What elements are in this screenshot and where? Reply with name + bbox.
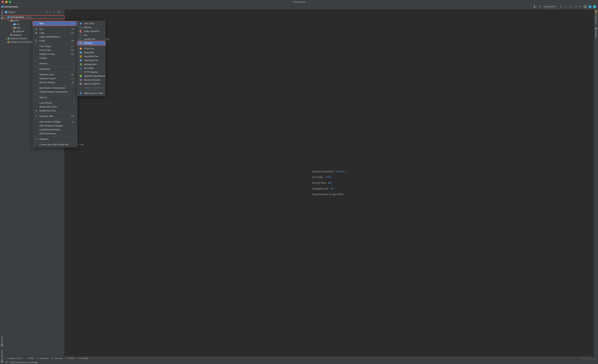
nm-stylesheet[interactable]: #Stylesheet: [77, 51, 105, 55]
nm-module[interactable]: Module...: [77, 25, 105, 29]
bt-services[interactable]: Services: [78, 357, 88, 359]
directory-icon: [79, 42, 82, 45]
bt-todo[interactable]: TODO: [25, 357, 34, 359]
nm-ts[interactable]: TSTypeScript File: [77, 58, 105, 62]
nm-package-json[interactable]: package.json: [77, 62, 105, 66]
cm-optimize[interactable]: Optimize Imports⌃⌥O: [33, 77, 77, 81]
new-submenu: CJava Class Module... Kotlin Class/File …: [77, 21, 106, 96]
cm-compare[interactable]: Compare With...⌘D: [33, 114, 77, 118]
svg-point-6: [47, 12, 47, 12]
expand-arrow-icon[interactable]: ▾: [8, 20, 10, 22]
run-config-selector[interactable]: Current File ▾: [542, 5, 559, 9]
nm-editorconfig[interactable]: EditorConfig File: [77, 82, 105, 86]
cm-find-in[interactable]: Find in Files...⇧⌘F: [33, 48, 77, 52]
expand-arrow-icon[interactable]: ▾: [5, 16, 7, 18]
user-icon[interactable]: ▾: [533, 5, 537, 9]
rail-database[interactable]: Database: [595, 27, 597, 39]
cm-remove-module[interactable]: Remove Module⌦: [33, 81, 77, 84]
project-rail-icon: [1, 17, 3, 19]
ide-settings-icon[interactable]: [593, 5, 597, 9]
stop-button[interactable]: [578, 5, 582, 9]
editorconfig-icon: [79, 82, 82, 85]
maximize-window-button[interactable]: [9, 1, 11, 3]
bt-terminal[interactable]: Terminal: [52, 357, 62, 359]
cm-bookmarks[interactable]: Bookmarks▸: [33, 67, 77, 71]
expand-arrow-icon[interactable]: ▸: [11, 27, 12, 29]
cm-convert-kotlin[interactable]: Convert Java File to Kotlin File⌃⇧⌘K: [33, 143, 77, 146]
update-icon[interactable]: ↑: [588, 5, 592, 9]
settings-gear-icon[interactable]: [57, 11, 60, 14]
select-opened-file-icon[interactable]: [45, 11, 48, 14]
nm-dockerfile[interactable]: Dockerfile: [77, 66, 105, 70]
cm-mark-dir[interactable]: Mark Directory as▸: [33, 132, 77, 136]
tree-label: .gitignore: [13, 34, 22, 36]
cm-load-unload[interactable]: Load/Unload Modules...: [33, 128, 77, 132]
welcome-drop: Drop files here to open them: [312, 193, 344, 196]
bt-version-control[interactable]: Version Control: [6, 357, 22, 359]
cm-repair-ide[interactable]: Repair IDE on File: [33, 105, 77, 109]
rail-bookmarks[interactable]: Bookmarks: [1, 350, 3, 363]
chevron-down-icon[interactable]: ▾: [15, 11, 16, 13]
cm-reformat[interactable]: Reformat Code⌥⌘L: [33, 73, 77, 77]
cm-copy[interactable]: Copy⌘C: [33, 31, 77, 35]
profile-button[interactable]: ▾: [573, 5, 577, 9]
cm-copy-path[interactable]: Copy Path/Reference...: [33, 35, 77, 39]
openapi-icon: [79, 75, 82, 77]
cm-module-settings[interactable]: Open Module Settings⌘↓: [33, 120, 77, 124]
project-breadcrumb[interactable]: tomcat-demo: [1, 6, 18, 8]
debug-button[interactable]: [564, 5, 568, 9]
right-tool-rail: Notifications Database: [594, 10, 598, 364]
cm-new[interactable]: New▸: [33, 22, 77, 25]
nm-js[interactable]: JSJavaScript File: [77, 55, 105, 58]
project-tw-title: Project: [8, 11, 14, 13]
cm-refactor[interactable]: Refactor▸: [33, 62, 77, 65]
close-window-button[interactable]: [2, 1, 4, 3]
shortcut: Double ⇧: [336, 170, 346, 173]
collapse-all-icon[interactable]: [52, 11, 55, 14]
rail-structure[interactable]: Structure: [1, 336, 3, 346]
tree-label: src: [17, 23, 19, 25]
cm-diagrams[interactable]: Diagrams▸: [33, 137, 77, 141]
cm-cut[interactable]: Cut⌘X: [33, 27, 77, 31]
cm-build-module[interactable]: Build Module 'tomcat-demo': [33, 86, 77, 90]
hide-icon[interactable]: [60, 11, 63, 14]
cm-analyze[interactable]: Analyze▸: [33, 56, 77, 60]
cm-replace-in[interactable]: Replace in Files...⇧⌘R: [33, 52, 77, 56]
minimize-window-button[interactable]: [5, 1, 8, 3]
cm-open-in[interactable]: Open In▸: [33, 96, 77, 99]
bt-problems[interactable]: Problems: [37, 357, 49, 359]
cm-reload[interactable]: Reload from Disk: [33, 109, 77, 113]
file-icon: [79, 34, 82, 37]
expand-arrow-icon[interactable]: ▸: [5, 38, 7, 39]
bt-profiler[interactable]: Profiler: [65, 357, 75, 359]
cm-add-framework[interactable]: Add Framework Support...: [33, 124, 77, 128]
rail-notifications[interactable]: Notifications: [595, 10, 597, 24]
rail-project[interactable]: Project: [1, 10, 3, 19]
nm-file[interactable]: File: [77, 33, 105, 37]
nm-directory[interactable]: Directory: [77, 41, 105, 45]
build-hammer-icon[interactable]: [538, 5, 541, 9]
nm-kotlin[interactable]: Kotlin Class/File: [77, 29, 105, 33]
nm-http[interactable]: HTTP Request: [77, 70, 105, 74]
structure-rail-icon: [1, 344, 3, 346]
run-coverage-button[interactable]: [569, 5, 573, 9]
nm-scratch[interactable]: Scratch File⇧⌘N: [77, 37, 105, 41]
nm-java-class[interactable]: CJava Class: [77, 22, 105, 25]
tree-root[interactable]: ▾ tomcat-demo ~/Desk: [4, 15, 64, 19]
module-icon: [79, 26, 82, 29]
run-button[interactable]: [559, 5, 563, 9]
nm-data-source[interactable]: Data Source in Path: [77, 91, 105, 95]
tree-label: web: [17, 26, 20, 29]
nm-html[interactable]: HHTML File: [77, 47, 105, 51]
status-menu-icon[interactable]: [5, 361, 8, 363]
chevron-down-icon: ▾: [556, 6, 557, 8]
cm-local-history[interactable]: Local History▸: [33, 101, 77, 105]
editor-area[interactable]: Search EverywhereDouble ⇧ Go to File⇧⌘O …: [65, 10, 594, 356]
search-icon[interactable]: [583, 5, 587, 9]
expand-all-icon[interactable]: [49, 11, 52, 14]
cm-rebuild-module[interactable]: Rebuild Module 'tomcat-demo'⇧⌘F9: [33, 90, 77, 94]
cm-paste[interactable]: Paste⌘V: [33, 39, 77, 43]
cm-find-usages[interactable]: Find Usages⌥F7: [33, 44, 77, 48]
nm-resource-bundle[interactable]: Resource Bundle: [77, 78, 105, 82]
nm-openapi[interactable]: OpenAPI Specification: [77, 74, 105, 78]
